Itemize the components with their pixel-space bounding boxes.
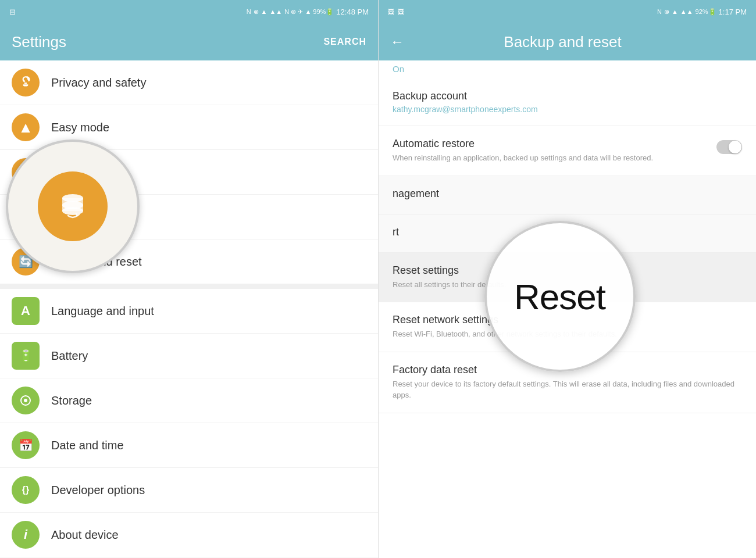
settings-list: Privacy and safety ▲ Easy mode ♿ Accessi…	[0, 60, 378, 558]
notification-icon: ⊟	[9, 8, 16, 16]
datetime-icon: 📅	[12, 431, 40, 459]
backup-reset-title: Backup and reset	[504, 33, 621, 51]
about-label: About device	[51, 528, 119, 542]
language-label: Language and input	[51, 305, 154, 318]
automatic-restore-text: Automatic restore When reinstalling an a…	[393, 138, 716, 164]
language-icon: A	[12, 297, 40, 325]
search-button[interactable]: SEARCH	[323, 37, 366, 47]
about-icon: i	[12, 521, 40, 549]
nfc-icon: N	[247, 8, 251, 15]
settings-item-about[interactable]: i About device	[0, 513, 378, 557]
automatic-restore-title: Automatic restore	[393, 138, 716, 150]
left-status-icons: ⊟	[9, 8, 16, 16]
settings-item-language[interactable]: A Language and input	[0, 289, 378, 334]
signal-icon: ▲▲	[269, 8, 282, 15]
time-display: 12:48 PM	[336, 8, 369, 16]
screenshot-icon: 🖼	[388, 8, 394, 15]
automatic-restore-desc: When reinstalling an application, backed…	[393, 152, 716, 164]
datetime-label: Date and time	[51, 439, 124, 452]
settings-item-datetime[interactable]: 📅 Date and time	[0, 423, 378, 468]
wifi2-icon: ▲	[672, 8, 678, 15]
factory-reset-desc: Reset your device to its factory default…	[393, 378, 742, 401]
battery-level: N ⊗ ✈ ▲ 99%🔋	[284, 8, 334, 16]
wifi-icon: ▲	[261, 8, 268, 15]
easymode-icon: ▲	[12, 113, 40, 141]
time2-display: 1:17 PM	[719, 8, 747, 16]
right-status-bar: 🖼 🖼 N ⊗ ▲ ▲▲ 92%🔋 1:17 PM	[379, 0, 756, 23]
right-status-icons-left: 🖼 🖼	[388, 8, 404, 15]
svg-point-6	[62, 207, 83, 215]
right-app-bar: ← Backup and reset	[379, 23, 756, 60]
privacy-label: Privacy and safety	[51, 76, 146, 90]
right-status-right: N ⊗ ▲ ▲▲ 92%🔋 1:17 PM	[657, 8, 747, 16]
magnifier-right: Reset	[484, 221, 636, 372]
svg-point-1	[24, 399, 27, 402]
backup-on-label: On	[379, 60, 756, 78]
nfc2-icon: N	[657, 8, 662, 15]
developer-icon: {}	[12, 476, 40, 504]
left-panel: ⊟ N ⊗ ▲ ▲▲ N ⊗ ✈ ▲ 99%🔋 12:48 PM Setting…	[0, 0, 378, 558]
privacy-icon	[12, 69, 40, 96]
backup-account-email: kathy.mcgraw@smartphoneexperts.com	[393, 105, 742, 114]
separator-1	[0, 284, 378, 289]
battery2-level: 92%🔋	[696, 8, 716, 16]
backup-account-item[interactable]: Backup account kathy.mcgraw@smartphoneex…	[379, 78, 756, 126]
partial-item-1: nagement	[379, 176, 756, 214]
right-panel: 🖼 🖼 N ⊗ ▲ ▲▲ 92%🔋 1:17 PM ← Backup and r…	[378, 0, 756, 558]
partial-label-1: nagement	[393, 188, 742, 200]
back-button[interactable]: ←	[390, 34, 404, 50]
mute2-icon: ⊗	[664, 8, 669, 16]
automatic-restore-toggle[interactable]	[716, 140, 742, 154]
settings-item-privacy[interactable]: Privacy and safety	[0, 60, 378, 105]
settings-item-battery[interactable]: 🔋 Battery	[0, 334, 378, 378]
developer-label: Developer options	[51, 484, 145, 497]
mute-icon: ⊗	[254, 8, 259, 16]
screenshot2-icon: 🖼	[398, 8, 404, 15]
magnifier-left	[6, 140, 140, 273]
left-app-bar: Settings SEARCH	[0, 23, 378, 60]
battery-label: Battery	[51, 349, 88, 363]
automatic-restore-item[interactable]: Automatic restore When reinstalling an a…	[379, 126, 756, 176]
backup-account-title: Backup account	[393, 90, 742, 102]
magnifier-reset-label: Reset	[514, 276, 605, 317]
left-status-right: N ⊗ ▲ ▲▲ N ⊗ ✈ ▲ 99%🔋 12:48 PM	[247, 8, 369, 16]
battery-icon: 🔋	[12, 342, 40, 370]
settings-title: Settings	[12, 33, 66, 51]
signal2-icon: ▲▲	[680, 8, 693, 15]
settings-item-developer[interactable]: {} Developer options	[0, 468, 378, 513]
storage-icon	[12, 387, 40, 414]
left-status-bar: ⊟ N ⊗ ▲ ▲▲ N ⊗ ✈ ▲ 99%🔋 12:48 PM	[0, 0, 378, 23]
easymode-label: Easy mode	[51, 121, 109, 134]
automatic-restore-row: Automatic restore When reinstalling an a…	[393, 138, 742, 164]
magnifier-backup-icon	[38, 171, 108, 241]
settings-item-storage[interactable]: Storage	[0, 378, 378, 423]
storage-label: Storage	[51, 394, 92, 407]
